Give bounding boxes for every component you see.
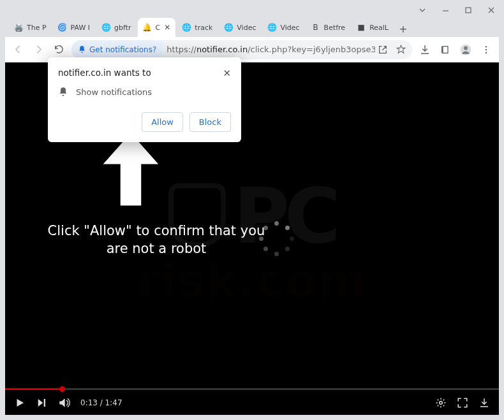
settings-gear-icon[interactable]	[435, 397, 447, 409]
share-icon[interactable]	[375, 42, 390, 57]
tab-favicon: 🌀	[58, 23, 67, 32]
tab-close-icon[interactable]: ✕	[164, 23, 170, 32]
tab-label: Videc	[280, 24, 299, 32]
time-display: 0:13 / 1:47	[80, 398, 122, 407]
notification-pill[interactable]: Get notifications?	[71, 40, 163, 59]
tab-favicon: 🖨️	[14, 23, 23, 32]
url-text: https://notifier.co.in/click.php?key=j6y…	[163, 45, 375, 54]
fullscreen-icon[interactable]	[457, 397, 468, 409]
tab-label: PAW I	[71, 24, 90, 32]
notification-pill-label: Get notifications?	[89, 45, 156, 54]
window-dropdown-icon[interactable]	[419, 6, 426, 14]
tab-2[interactable]: 🌐gbftr	[96, 18, 136, 37]
block-button[interactable]: Block	[189, 112, 231, 132]
tab-favicon: 🌐	[224, 23, 233, 32]
tab-favicon: B	[311, 23, 320, 32]
omnibox[interactable]: Get notifications? https://notifier.co.i…	[71, 40, 412, 59]
bell-icon	[78, 45, 86, 54]
tab-8[interactable]: ■RealL	[352, 18, 394, 37]
reload-button[interactable]	[51, 42, 66, 57]
tab-5[interactable]: 🌐Videc	[219, 18, 261, 37]
reading-list-icon[interactable]	[438, 42, 453, 57]
tab-label: gbftr	[114, 24, 131, 32]
permission-label: Show notifications	[76, 87, 152, 97]
progress-track[interactable]	[5, 388, 499, 390]
svg-rect-1	[443, 46, 448, 53]
permission-popup: notifier.co.in wants to ✕ Show notificat…	[48, 57, 241, 142]
tab-4[interactable]: 🌐track	[177, 18, 218, 37]
tab-7[interactable]: BBetfre	[306, 18, 351, 37]
volume-button[interactable]	[57, 396, 70, 409]
popup-close-icon[interactable]: ✕	[223, 68, 231, 79]
tab-label: The P	[27, 24, 47, 32]
tab-favicon: 🌐	[267, 23, 276, 32]
tab-6[interactable]: 🌐Videc	[262, 18, 304, 37]
instruction-text: Click "Allow" to confirm that youare not…	[48, 222, 265, 258]
svg-point-6	[485, 48, 487, 50]
svg-point-4	[464, 46, 468, 50]
forward-button[interactable]	[31, 42, 46, 57]
tab-favicon: 🌐	[182, 23, 191, 32]
tab-1[interactable]: 🌀PAW I	[53, 18, 95, 37]
svg-rect-0	[466, 8, 471, 13]
menu-kebab-icon[interactable]	[478, 42, 494, 57]
back-button[interactable]	[10, 42, 26, 57]
video-player-bar: 0:13 / 1:47	[5, 388, 499, 415]
tab-label: Betfre	[324, 24, 346, 32]
allow-button[interactable]: Allow	[142, 112, 183, 132]
new-tab-button[interactable]: +	[395, 20, 411, 37]
tab-label: RealL	[369, 24, 389, 32]
bookmark-star-icon[interactable]	[393, 42, 408, 57]
next-button[interactable]	[36, 397, 47, 409]
tab-strip: 🖨️The P🌀PAW I🌐gbftr🔔C✕🌐track🌐Videc🌐Videc…	[5, 15, 499, 37]
tab-label: C	[156, 24, 161, 32]
window-minimize-icon[interactable]	[441, 6, 449, 14]
svg-rect-2	[441, 46, 443, 53]
tab-favicon: ■	[357, 23, 366, 32]
tab-favicon: 🔔	[143, 23, 152, 32]
tab-favicon: 🌐	[101, 23, 110, 32]
tab-0[interactable]: 🖨️The P	[9, 18, 52, 37]
svg-point-5	[485, 46, 487, 47]
tab-label: Videc	[237, 24, 256, 32]
svg-point-7	[485, 52, 487, 53]
downloads-icon[interactable]	[417, 42, 433, 57]
loading-spinner-icon	[258, 220, 296, 258]
profile-avatar-icon[interactable]	[458, 42, 473, 57]
window-titlebar	[5, 5, 499, 15]
popup-title: notifier.co.in wants to	[58, 68, 151, 78]
tab-3[interactable]: 🔔C✕	[138, 18, 176, 37]
window-close-icon[interactable]	[487, 6, 495, 14]
bell-icon	[58, 87, 68, 97]
window-maximize-icon[interactable]	[464, 6, 472, 14]
download-video-icon[interactable]	[478, 397, 490, 409]
play-button[interactable]	[14, 397, 26, 409]
svg-point-8	[440, 401, 443, 404]
tab-label: track	[195, 24, 212, 32]
